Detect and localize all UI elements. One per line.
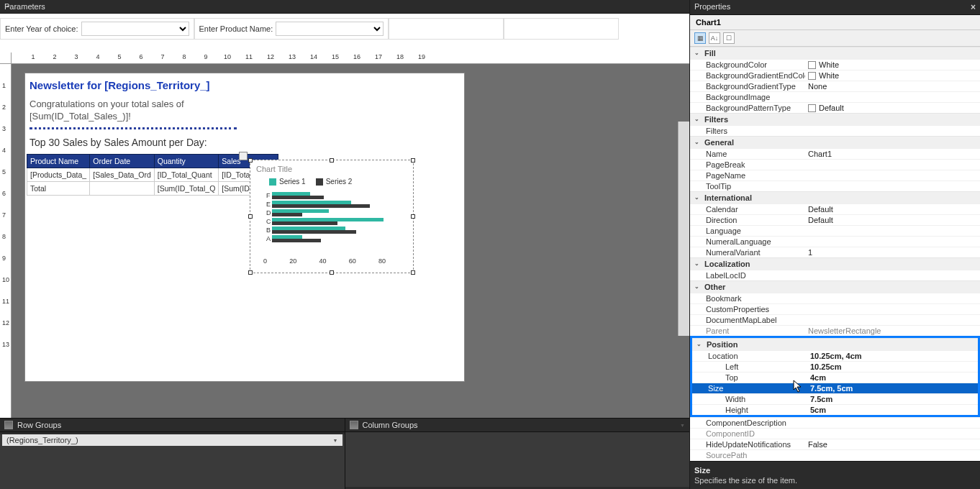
ruler-horizontal: 12345678910111213141516171819: [12, 52, 689, 64]
column-groups-pane: Column Groups ▼: [345, 419, 690, 489]
parameters-body: Enter Year of choice: Enter Product Name…: [0, 14, 689, 52]
prop-row[interactable]: Filters: [690, 125, 980, 136]
prop-row-height[interactable]: Height5cm: [692, 404, 978, 415]
properties-toolbar: ▦ A↓ ☐: [690, 30, 980, 47]
dotted-divider: [30, 127, 237, 129]
design-vscrollbar[interactable]: [678, 122, 689, 336]
legend-swatch-2: [316, 178, 323, 186]
prop-category[interactable]: ⌄Filters: [690, 113, 980, 125]
chart-legend[interactable]: Series 1 Series 2: [269, 178, 407, 186]
prop-row[interactable]: DocumentMapLabel: [690, 314, 980, 325]
param-empty-1: [389, 18, 504, 40]
report-canvas[interactable]: Newsletter for [Regions_Territory_] Cong…: [24, 73, 465, 382]
param-product: Enter Product Name:: [194, 18, 389, 40]
legend-swatch-1: [269, 178, 276, 186]
selected-object-name[interactable]: Chart1: [690, 15, 980, 30]
column-groups-icon: [350, 421, 358, 429]
row-groups-header: Row Groups: [0, 419, 345, 432]
prop-category-position[interactable]: ⌄Position: [692, 338, 978, 350]
design-surface[interactable]: 12345678910111213141516171819 1234567891…: [0, 52, 689, 418]
prop-row[interactable]: ToolTip: [690, 180, 980, 191]
prop-row[interactable]: DirectionDefault: [690, 214, 980, 225]
th-orderdate[interactable]: Order Date: [90, 154, 155, 168]
prop-row-location[interactable]: ⌄Location10.25cm, 4cm: [692, 350, 978, 361]
subtitle[interactable]: Top 30 Sales by Sales Amount per Day:: [25, 134, 464, 154]
row-group-item[interactable]: (Regions_Territory_) ▼: [2, 434, 342, 446]
prop-row-size[interactable]: ⌄Size7.5cm, 5cm: [692, 383, 978, 393]
param-product-input[interactable]: [276, 22, 384, 36]
param-product-label: Enter Product Name:: [199, 24, 273, 33]
chart-move-handle[interactable]: [239, 152, 248, 160]
chevron-down-icon[interactable]: ▼: [680, 423, 685, 428]
prop-category[interactable]: ⌄Fill: [690, 47, 980, 59]
prop-row[interactable]: NumeralVariant1: [690, 247, 980, 257]
properties-header: Properties ×: [690, 0, 980, 15]
prop-category[interactable]: ⌄Other: [690, 280, 980, 293]
param-empty-2: [504, 18, 619, 40]
position-highlight: ⌄Position ⌄Location10.25cm, 4cm Left10.2…: [690, 336, 980, 417]
row-groups-pane: Row Groups (Regions_Territory_) ▼: [0, 419, 345, 489]
column-groups-header: Column Groups ▼: [345, 419, 690, 432]
table-row[interactable]: [Products_Data_ [Sales_Data_Ord [ID_Tota…: [27, 168, 278, 181]
chart-object[interactable]: Chart Title Series 1 Series 2 FEDCBA 020…: [250, 160, 414, 273]
report-title[interactable]: Newsletter for [Regions_Territory_]: [25, 73, 464, 94]
prop-row[interactable]: ›PageBreak: [690, 159, 980, 170]
prop-row[interactable]: SourcePath: [690, 449, 980, 460]
groups-panel: Row Groups (Regions_Territory_) ▼ Column…: [0, 418, 689, 489]
param-year: Enter Year of choice:: [0, 18, 194, 40]
legend-label-1: Series 1: [279, 178, 306, 186]
prop-row-top[interactable]: Top4cm: [692, 372, 978, 383]
prop-row-left[interactable]: Left10.25cm: [692, 361, 978, 372]
congrats-text[interactable]: Congratulations on your total sales of […: [25, 94, 464, 124]
prop-row[interactable]: NameChart1: [690, 148, 980, 159]
alphabetical-icon[interactable]: A↓: [709, 32, 720, 44]
prop-row[interactable]: LabelLocID: [690, 270, 980, 280]
congrats-line2: [Sum(ID_Total_Sales_)]!: [30, 111, 131, 122]
prop-row[interactable]: BackgroundColorWhite: [690, 59, 980, 70]
chart-title[interactable]: Chart Title: [256, 165, 407, 173]
prop-row[interactable]: PageName: [690, 170, 980, 180]
table-row[interactable]: Total [Sum(ID_Total_Q [Sum(ID_Total_: [27, 181, 278, 195]
ruler-vertical: 12345678910111213: [0, 64, 12, 418]
prop-row[interactable]: BackgroundPatternTypeDefault: [690, 102, 980, 113]
parameters-header: Parameters: [0, 0, 689, 14]
param-year-label: Enter Year of choice:: [5, 24, 78, 33]
properties-grid[interactable]: ⌄FillBackgroundColorWhiteBackgroundGradi…: [690, 47, 980, 461]
categorized-icon[interactable]: ▦: [694, 32, 706, 44]
prop-row[interactable]: CalendarDefault: [690, 204, 980, 214]
prop-row[interactable]: ParentNewsletterRectangle: [690, 325, 980, 336]
prop-row[interactable]: HideUpdateNotificationsFalse: [690, 439, 980, 449]
prop-row[interactable]: Bookmark: [690, 293, 980, 303]
prop-row[interactable]: CustomProperties: [690, 303, 980, 314]
prop-category[interactable]: ⌄International: [690, 191, 980, 204]
congrats-line1: Congratulations on your total sales of: [30, 99, 184, 109]
prop-row[interactable]: BackgroundGradientTypeNone: [690, 81, 980, 91]
prop-row[interactable]: Language: [690, 225, 980, 236]
prop-category[interactable]: ⌄General: [690, 136, 980, 148]
row-groups-icon: [4, 421, 13, 429]
property-pages-icon[interactable]: ☐: [723, 32, 735, 44]
prop-category[interactable]: ⌄Localization: [690, 257, 980, 270]
th-quantity[interactable]: Quantity: [154, 154, 219, 168]
property-description: Size Specifies the size of the item.: [690, 461, 980, 489]
prop-row[interactable]: ComponentID: [690, 428, 980, 439]
legend-label-2: Series 2: [326, 178, 353, 186]
prop-row-width[interactable]: Width7.5cm: [692, 393, 978, 404]
ruler-corner: [0, 52, 12, 64]
prop-row[interactable]: NumeralLanguage: [690, 236, 980, 247]
close-icon[interactable]: ×: [971, 2, 976, 12]
prop-row[interactable]: ›BackgroundImage: [690, 91, 980, 102]
param-year-input[interactable]: [81, 22, 189, 36]
chart-plot-area[interactable]: FEDCBA: [266, 191, 407, 256]
chevron-down-icon[interactable]: ▼: [333, 438, 338, 443]
prop-row[interactable]: BackgroundGradientEndColorWhite: [690, 70, 980, 81]
chart-x-axis: 020406080: [263, 257, 386, 265]
prop-row[interactable]: ComponentDescription: [690, 417, 980, 428]
th-product[interactable]: Product Name: [27, 154, 90, 168]
